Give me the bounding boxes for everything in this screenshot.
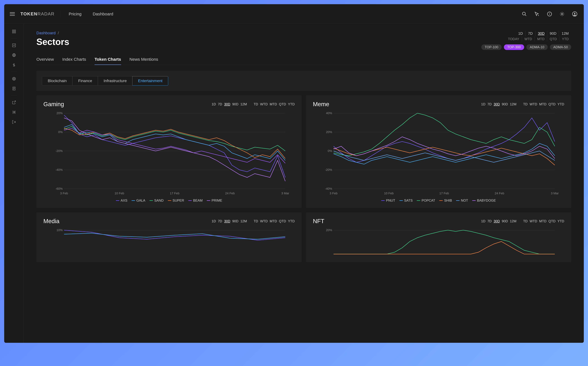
chart-tr-90D[interactable]: 90D [232, 102, 238, 106]
chart-tr-TD[interactable]: TD [254, 102, 258, 106]
timerange-30D[interactable]: 30D [535, 31, 547, 36]
side-external-icon[interactable] [10, 99, 17, 106]
chart-tr-QTD[interactable]: QTD [548, 219, 556, 223]
chart-tr-12M[interactable]: 12M [240, 219, 247, 223]
legend-item[interactable]: SHIB [439, 198, 452, 202]
timerange-QTD[interactable]: QTD [547, 37, 559, 42]
timerange-WTD[interactable]: WTD [522, 37, 535, 42]
side-brackets-icon[interactable] [10, 109, 17, 116]
chart-tr-1D[interactable]: 1D [212, 219, 216, 223]
chart-legend: AXSGALASANDSUPERBEAMPRIME [43, 198, 295, 202]
legend-item[interactable]: NOT [456, 198, 468, 202]
legend-item[interactable]: PNUT [381, 198, 395, 202]
chart-tr-7D[interactable]: 7D [487, 102, 492, 106]
tab-token-charts[interactable]: Token Charts [94, 54, 121, 65]
side-logout-icon[interactable] [10, 119, 17, 125]
nav-pricing[interactable]: Pricing [66, 10, 84, 17]
breadcrumb-parent[interactable]: Dashboard [36, 31, 56, 35]
chart-tr-30D[interactable]: 30D [224, 219, 230, 223]
chart-tr-YTD[interactable]: YTD [288, 219, 295, 223]
legend-item[interactable]: BEAM [188, 198, 203, 202]
chart-tr-TD[interactable]: TD [523, 219, 528, 223]
pill-adma-10[interactable]: ADMA-10 [526, 44, 548, 50]
legend-item[interactable]: SATS [399, 198, 413, 202]
chart-tr-MTD[interactable]: MTD [270, 219, 277, 223]
chart-tr-WTD[interactable]: WTD [260, 219, 268, 223]
timerange-YTD[interactable]: YTD [559, 37, 571, 42]
legend-item[interactable]: POPCAT [417, 198, 435, 202]
segment-infrastructure[interactable]: Infrastructure [98, 76, 132, 85]
side-dollar-icon[interactable] [10, 61, 17, 69]
svg-line-11 [561, 12, 561, 13]
segment-finance[interactable]: Finance [72, 76, 98, 85]
timerange-12M[interactable]: 12M [559, 31, 571, 36]
chart-tr-WTD[interactable]: WTD [530, 102, 537, 106]
chart-tr-30D[interactable]: 30D [224, 102, 230, 106]
segment-blockchain[interactable]: Blockchain [42, 76, 72, 85]
chart-tr-QTD[interactable]: QTD [548, 102, 556, 106]
pill-top-300[interactable]: TOP-300 [504, 44, 524, 50]
side-document-icon[interactable] [10, 85, 17, 92]
user-icon[interactable] [571, 10, 578, 17]
chart-card-media: Media1D7D30D90D12MTDWTDMTDQTDYTD10% [36, 212, 302, 262]
legend-item[interactable]: SAND [149, 198, 164, 202]
legend-item[interactable]: SUPER [168, 198, 184, 202]
tab-index-charts[interactable]: Index Charts [62, 54, 86, 65]
chart-tr-7D[interactable]: 7D [487, 219, 492, 223]
chart-tr-MTD[interactable]: MTD [539, 219, 546, 223]
side-dashboard-icon[interactable] [10, 28, 17, 35]
timerange-90D[interactable]: 90D [547, 31, 559, 36]
search-icon[interactable] [521, 10, 528, 17]
timerange-1D[interactable]: 1D [516, 31, 526, 36]
tab-overview[interactable]: Overview [36, 54, 54, 65]
chart-tr-TD[interactable]: TD [523, 102, 528, 106]
pill-top-100[interactable]: TOP-100 [481, 44, 502, 50]
cursor-icon[interactable] [534, 10, 540, 17]
chart-tr-QTD[interactable]: QTD [279, 219, 286, 223]
menu-icon[interactable] [10, 11, 15, 16]
chart-tr-7D[interactable]: 7D [218, 219, 222, 223]
side-globe-icon[interactable] [10, 52, 17, 59]
chart-tr-1D[interactable]: 1D [481, 102, 486, 106]
chart-tr-YTD[interactable]: YTD [288, 102, 295, 106]
chart-tr-1D[interactable]: 1D [212, 102, 216, 106]
chart-svg: 20%0%-20%-40%-60%3 Feb10 Feb17 Feb24 Feb… [43, 112, 295, 196]
info-icon[interactable] [546, 10, 553, 17]
nav-dashboard[interactable]: Dashboard [90, 10, 116, 17]
chart-tr-TD[interactable]: TD [254, 219, 258, 223]
timerange-7D[interactable]: 7D [526, 31, 535, 36]
side-trending-icon[interactable] [10, 42, 17, 49]
legend-item[interactable]: BABYDOGE [472, 198, 496, 202]
legend-item[interactable]: PRIME [207, 198, 222, 202]
chart-tr-WTD[interactable]: WTD [260, 102, 268, 106]
svg-line-12 [563, 15, 564, 15]
chart-tr-30D[interactable]: 30D [494, 219, 500, 223]
chart-tr-MTD[interactable]: MTD [539, 102, 546, 106]
chart-tr-MTD[interactable]: MTD [270, 102, 277, 106]
legend-item[interactable]: AXS [116, 198, 127, 202]
timerange-MTD[interactable]: MTD [535, 37, 547, 42]
svg-rect-20 [14, 32, 15, 33]
chart-tr-12M[interactable]: 12M [510, 219, 517, 223]
segment-entertainment[interactable]: Entertainment [132, 76, 168, 85]
chart-tr-QTD[interactable]: QTD [279, 102, 286, 106]
chart-tr-7D[interactable]: 7D [218, 102, 222, 106]
svg-text:3 Feb: 3 Feb [60, 191, 68, 195]
chart-tr-YTD[interactable]: YTD [557, 219, 564, 223]
chart-tr-12M[interactable]: 12M [510, 102, 517, 106]
chart-tr-30D[interactable]: 30D [494, 102, 500, 106]
tab-news-mentions[interactable]: News Mentions [130, 54, 158, 65]
chart-tr-90D[interactable]: 90D [502, 102, 508, 106]
side-target-icon[interactable] [10, 75, 17, 82]
legend-item[interactable]: GALA [132, 198, 145, 202]
chart-tr-YTD[interactable]: YTD [557, 102, 564, 106]
theme-icon[interactable] [559, 10, 566, 17]
svg-text:20%: 20% [56, 112, 62, 115]
chart-tr-1D[interactable]: 1D [481, 219, 486, 223]
chart-tr-WTD[interactable]: WTD [530, 219, 537, 223]
chart-tr-90D[interactable]: 90D [502, 219, 508, 223]
chart-tr-12M[interactable]: 12M [240, 102, 247, 106]
pill-adma-50[interactable]: ADMA-50 [550, 44, 571, 50]
chart-tr-90D[interactable]: 90D [232, 219, 238, 223]
timerange-TODAY[interactable]: TODAY [505, 37, 522, 42]
